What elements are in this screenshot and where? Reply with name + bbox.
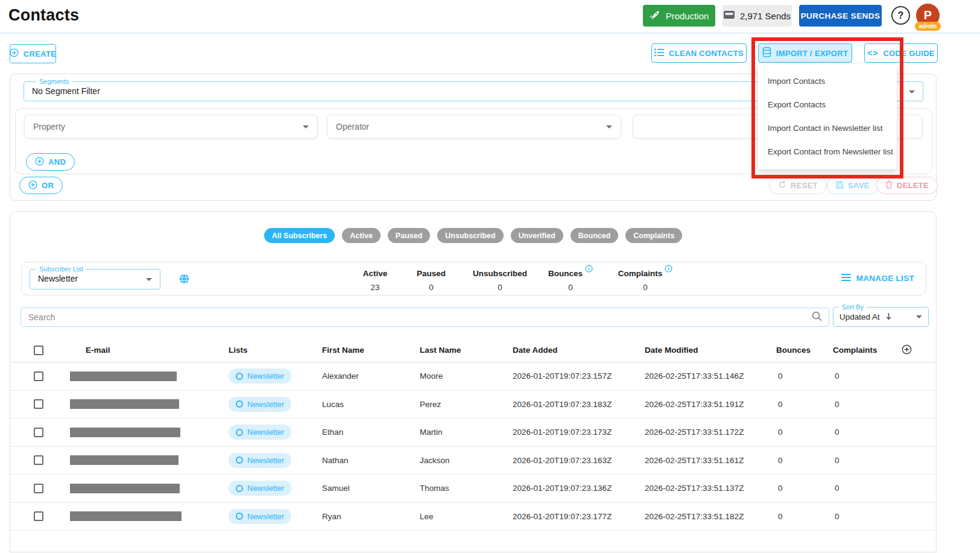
tab-bounced[interactable]: Bounced xyxy=(571,228,618,243)
property-placeholder: Property xyxy=(33,122,65,131)
list-chip[interactable]: Newsletter xyxy=(229,425,291,440)
menu-item-import-contacts[interactable]: Import Contacts xyxy=(758,69,897,93)
admin-badge-label: admin xyxy=(919,23,937,30)
admin-role-badge: admin xyxy=(915,22,941,31)
manage-list-button[interactable]: MANAGE LIST xyxy=(841,274,914,283)
cell-complaints: 0 xyxy=(833,400,902,409)
row-checkbox[interactable] xyxy=(34,455,43,465)
list-summary-panel: Subscriber List Newsletter Active 23 Pau… xyxy=(21,262,926,295)
circle-icon xyxy=(236,400,243,408)
table-row[interactable]: Newsletter Samuel Thomas 2026-01-20T19:0… xyxy=(10,475,936,503)
cell-complaints: 0 xyxy=(833,456,902,465)
search-input[interactable] xyxy=(21,312,812,322)
segments-label: Segments xyxy=(36,78,72,85)
chevron-down-icon xyxy=(303,125,309,128)
cell-date-added: 2026-01-20T19:07:23.173Z xyxy=(513,428,645,437)
cell-last-name: Lee xyxy=(420,512,513,521)
production-mode-button[interactable]: Production xyxy=(643,5,715,27)
sends-count-label: 2,971 Sends xyxy=(740,11,791,21)
list-chip[interactable]: Newsletter xyxy=(229,368,291,384)
import-export-button[interactable]: IMPORT / EXPORT xyxy=(758,43,852,63)
list-chip[interactable]: Newsletter xyxy=(229,453,291,468)
save-button[interactable]: SAVE xyxy=(827,177,879,194)
cell-date-modified: 2026-02-25T17:33:51.191Z xyxy=(645,400,776,409)
menu-item-export-newsletter[interactable]: Export Contact from Newsletter list xyxy=(758,140,897,163)
delete-button[interactable]: DELETE xyxy=(876,177,938,194)
info-icon[interactable] xyxy=(585,264,593,274)
circle-icon xyxy=(236,457,243,464)
search-icon[interactable] xyxy=(812,311,822,324)
col-first-name: First Name xyxy=(322,346,420,355)
cell-date-added: 2026-01-20T19:07:23.177Z xyxy=(513,512,645,521)
table-row[interactable]: Newsletter Nathan Jackson 2026-01-20T19:… xyxy=(10,447,936,475)
import-export-menu: Import Contacts Export Contacts Import C… xyxy=(758,64,897,169)
circle-icon xyxy=(236,373,243,380)
table-header: E-mail Lists First Name Last Name Date A… xyxy=(10,338,936,362)
info-icon[interactable] xyxy=(665,264,672,274)
cell-date-modified: 2026-02-25T17:33:51.137Z xyxy=(645,484,776,493)
redacted-email xyxy=(70,371,177,381)
create-contact-button[interactable]: CREATE xyxy=(10,44,56,63)
sort-by-select[interactable]: Sort By Updated At xyxy=(833,307,929,327)
table-row[interactable]: Newsletter Ethan Martin 2026-01-20T19:07… xyxy=(10,419,936,447)
create-label: CREATE xyxy=(24,49,56,58)
cell-date-added: 2026-01-20T19:07:23.157Z xyxy=(513,371,645,381)
list-chip[interactable]: Newsletter xyxy=(229,481,291,496)
sort-by-value: Updated At xyxy=(839,312,880,321)
col-complaints: Complaints xyxy=(833,346,902,355)
sends-count-badge[interactable]: 2,971 Sends xyxy=(722,5,792,27)
table-row[interactable]: Newsletter Lucas Perez 2026-01-20T19:07:… xyxy=(10,391,936,419)
menu-item-import-newsletter[interactable]: Import Contact in Newsletter list xyxy=(758,116,897,140)
table-row[interactable]: Newsletter Alexander Moore 2026-01-20T19… xyxy=(10,362,936,391)
stat-bounces-value: 0 xyxy=(540,283,601,292)
globe-icon[interactable] xyxy=(179,274,189,286)
tab-unverified[interactable]: Unverified xyxy=(511,228,563,243)
circle-icon xyxy=(236,513,243,520)
and-label: AND xyxy=(48,157,66,166)
operator-select[interactable]: Operator xyxy=(327,115,621,139)
tab-unsubscribed[interactable]: Unsubscribed xyxy=(437,228,503,243)
redacted-email xyxy=(70,455,179,465)
row-checkbox[interactable] xyxy=(34,511,43,521)
code-guide-button[interactable]: <> CODE GUIDE xyxy=(864,43,938,63)
list-chip-label: Newsletter xyxy=(247,484,284,493)
card-icon xyxy=(724,11,735,21)
avatar-letter: P xyxy=(924,8,932,22)
col-date-added: Date Added xyxy=(513,346,645,355)
refresh-icon xyxy=(778,180,786,191)
table-row[interactable]: Newsletter Ryan Lee 2026-01-20T19:07:23.… xyxy=(10,503,936,531)
help-button[interactable]: ? xyxy=(891,6,910,25)
add-column-icon[interactable] xyxy=(902,344,937,356)
tab-active[interactable]: Active xyxy=(342,228,381,243)
stat-bounces-label: Bounces xyxy=(548,269,583,278)
clean-contacts-label: CLEAN CONTACTS xyxy=(669,49,744,58)
select-all-checkbox[interactable] xyxy=(34,346,43,355)
reset-button[interactable]: RESET xyxy=(769,177,827,194)
tab-all-subscribers[interactable]: All Subscribers xyxy=(264,228,335,243)
list-chip-label: Newsletter xyxy=(247,371,284,381)
row-checkbox[interactable] xyxy=(34,371,43,381)
tab-complaints[interactable]: Complaints xyxy=(625,228,682,243)
menu-item-export-contacts[interactable]: Export Contacts xyxy=(758,93,897,116)
save-label: SAVE xyxy=(848,181,870,190)
tab-paused[interactable]: Paused xyxy=(388,228,430,243)
list-chip[interactable]: Newsletter xyxy=(229,509,291,524)
row-checkbox[interactable] xyxy=(34,428,43,437)
redacted-email xyxy=(70,511,182,521)
col-last-name: Last Name xyxy=(420,346,513,355)
row-checkbox[interactable] xyxy=(34,399,43,409)
table-body: Newsletter Alexander Moore 2026-01-20T19… xyxy=(10,362,936,531)
add-and-condition-button[interactable]: AND xyxy=(26,153,75,171)
stat-complaints-value: 0 xyxy=(615,283,675,292)
row-checkbox[interactable] xyxy=(34,484,43,493)
code-guide-label: CODE GUIDE xyxy=(884,49,935,58)
purchase-sends-button[interactable]: PURCHASE SENDS xyxy=(799,5,882,27)
cell-first-name: Ryan xyxy=(322,512,420,521)
or-label: OR xyxy=(42,181,54,190)
subscriber-list-select[interactable]: Subscriber List Newsletter xyxy=(30,269,160,289)
property-select[interactable]: Property xyxy=(24,115,318,139)
list-chip[interactable]: Newsletter xyxy=(229,397,291,412)
list-icon xyxy=(654,48,664,58)
add-or-condition-button[interactable]: OR xyxy=(19,177,63,194)
clean-contacts-button[interactable]: CLEAN CONTACTS xyxy=(651,43,747,63)
